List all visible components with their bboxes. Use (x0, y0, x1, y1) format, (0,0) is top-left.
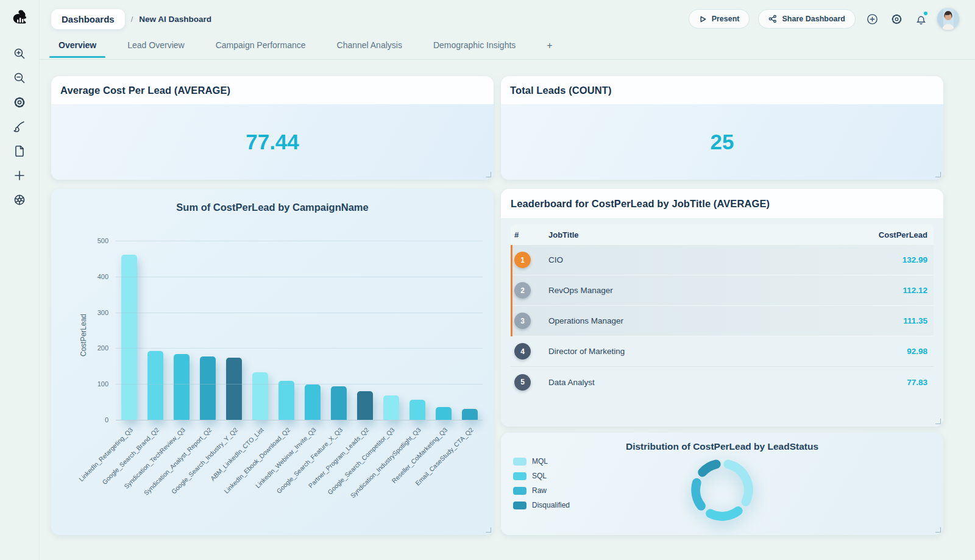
settings-gear-icon[interactable] (13, 96, 26, 109)
palette-wheel-icon[interactable] (13, 193, 26, 207)
bar-slot: Google_Search_Brand_Q2 (142, 241, 168, 420)
rank-badge: 2 (514, 282, 531, 299)
kpi-title: Total Leads (COUNT) (510, 85, 612, 96)
share-dashboard-button[interactable]: Share Dashboard (758, 9, 856, 29)
legend-label: MQL (532, 457, 548, 466)
legend-swatch (513, 487, 526, 495)
leaderboard-table: # JobTitle CostPerLead 1CIO132.992RevOps… (501, 218, 943, 427)
tab-bar: OverviewLead OverviewCampaign Performanc… (40, 38, 975, 60)
donut-wrap (683, 451, 761, 531)
x-tick-label: LinkedIn_Retargeting_Q3 (77, 426, 134, 483)
tab-channel-analysis[interactable]: Channel Analysis (337, 38, 402, 57)
breadcrumb-separator: / (131, 15, 133, 24)
share-nodes-icon (768, 15, 777, 23)
bar[interactable] (462, 409, 478, 420)
leaderboard-row[interactable]: 2RevOps Manager112.12 (512, 275, 934, 306)
leaderboard-card: Leaderboard for CostPerLead by JobTitle … (501, 189, 943, 427)
legend-item-raw[interactable]: Raw (513, 486, 570, 495)
legend-label: Raw (532, 486, 547, 495)
tab-campaign-performance[interactable]: Campaign Performance (216, 38, 306, 57)
bar-slot: Email_CaseStudy_CTA_Q2 (456, 241, 483, 420)
leaderboard-row[interactable]: 5Data Analyst77.83 (511, 367, 934, 397)
legend-item-mql[interactable]: MQL (513, 457, 570, 466)
donut-chart-card: Distribution of CostPerLead by LeadStatu… (501, 433, 943, 535)
kpi-card-avg-cost: Average Cost Per Lead (AVERAGE) 77.44 (51, 76, 494, 180)
bar[interactable] (200, 356, 216, 420)
brush-icon[interactable] (13, 120, 26, 133)
app-logo[interactable] (10, 9, 29, 28)
job-title: RevOps Manager (548, 286, 902, 295)
leaderboard-top-rows: 1CIO132.992RevOps Manager112.123Operatio… (511, 245, 934, 336)
bar-slot: ABM_LinkedIn_CTO_List (247, 241, 273, 420)
gridline (116, 384, 483, 385)
legend-swatch (513, 458, 526, 466)
job-title: Operations Manager (548, 316, 903, 325)
bar-slot: Google_Search_Industry_Y_Q2 (221, 241, 247, 420)
kpi-card-total-leads: Total Leads (COUNT) 25 (501, 76, 943, 180)
bar-slot: Syndication_IndustrySpotlight_Q3 (404, 241, 430, 420)
rank-badge: 5 (514, 374, 531, 391)
resize-handle[interactable] (486, 527, 491, 533)
bar-slot: Syndication_TechReview_Q3 (168, 241, 194, 420)
y-tick-label: 0 (105, 416, 108, 424)
notifications-button[interactable] (913, 11, 929, 27)
bar[interactable] (331, 386, 347, 420)
legend-item-disqualified[interactable]: Disqualified (513, 501, 570, 509)
bar[interactable] (147, 351, 163, 420)
bar[interactable] (383, 395, 399, 420)
col-costperlead: CostPerLead (879, 230, 927, 239)
document-icon[interactable] (13, 144, 26, 158)
bar[interactable] (357, 391, 373, 420)
user-avatar[interactable] (937, 8, 959, 30)
resize-handle[interactable] (486, 172, 491, 177)
zoom-in-icon[interactable] (13, 47, 26, 60)
tab-add[interactable]: + (547, 38, 552, 58)
donut-chart[interactable] (683, 451, 761, 529)
resize-handle[interactable] (935, 527, 941, 533)
present-button[interactable]: Present (689, 9, 750, 29)
legend-swatch (513, 502, 526, 509)
legend-label: Disqualified (532, 501, 570, 509)
rank-badge: 1 (514, 252, 531, 268)
leaderboard-row[interactable]: 3Operations Manager111.35 (512, 306, 934, 336)
add-page-icon[interactable] (13, 169, 26, 182)
bar-slot: LinkedIn_Ebook_Download_Q2 (273, 241, 299, 420)
gear-icon (890, 13, 903, 26)
bar[interactable] (410, 400, 425, 420)
bar[interactable] (278, 381, 294, 420)
resize-handle[interactable] (935, 172, 941, 177)
tab-overview[interactable]: Overview (58, 38, 96, 57)
present-label: Present (712, 15, 740, 23)
bar[interactable] (121, 255, 137, 420)
settings-button[interactable] (888, 11, 904, 27)
tab-lead-overview[interactable]: Lead Overview (127, 38, 184, 57)
bar-plot: CostPerLead LinkedIn_Retargeting_Q3Googl… (116, 241, 483, 420)
cost-per-lead-value: 77.83 (907, 378, 927, 387)
cost-per-lead-value: 112.12 (902, 286, 927, 295)
tab-demographic-insights[interactable]: Demographic Insights (433, 38, 516, 57)
y-tick-label: 300 (98, 309, 108, 316)
notification-dot (924, 12, 927, 15)
leaderboard-row[interactable]: 1CIO132.99 (512, 245, 934, 275)
bar-slot: Google_Search_Competitor_Q3 (378, 241, 404, 420)
job-title: Director of Marketing (548, 347, 907, 356)
legend-item-sql[interactable]: SQL (513, 472, 570, 480)
bar-slot: LinkedIn_Webinar_Invite_Q3 (299, 241, 325, 420)
breadcrumb-dashboards[interactable]: Dashboards (51, 9, 125, 29)
bar[interactable] (226, 358, 242, 420)
kpi-row: Average Cost Per Lead (AVERAGE) 77.44 To… (51, 76, 943, 180)
bar[interactable] (436, 407, 452, 420)
y-tick-label: 500 (98, 237, 108, 244)
bar[interactable] (174, 354, 190, 420)
resize-handle[interactable] (935, 419, 941, 424)
leaderboard-rest-rows: 4Director of Marketing92.985Data Analyst… (511, 336, 934, 397)
share-label: Share Dashboard (782, 15, 845, 23)
bar[interactable] (252, 372, 268, 420)
bar[interactable] (305, 385, 321, 420)
bar-slot: Syndication_Analyst_Report_Q2 (194, 241, 221, 420)
add-widget-button[interactable] (864, 11, 880, 27)
bar-chart-title: Sum of CostPerLead by CampaignName (51, 202, 494, 213)
zoom-out-icon[interactable] (13, 71, 26, 85)
leaderboard-row[interactable]: 4Director of Marketing92.98 (511, 336, 934, 367)
breadcrumb-current: New AI Dashboard (139, 15, 211, 24)
